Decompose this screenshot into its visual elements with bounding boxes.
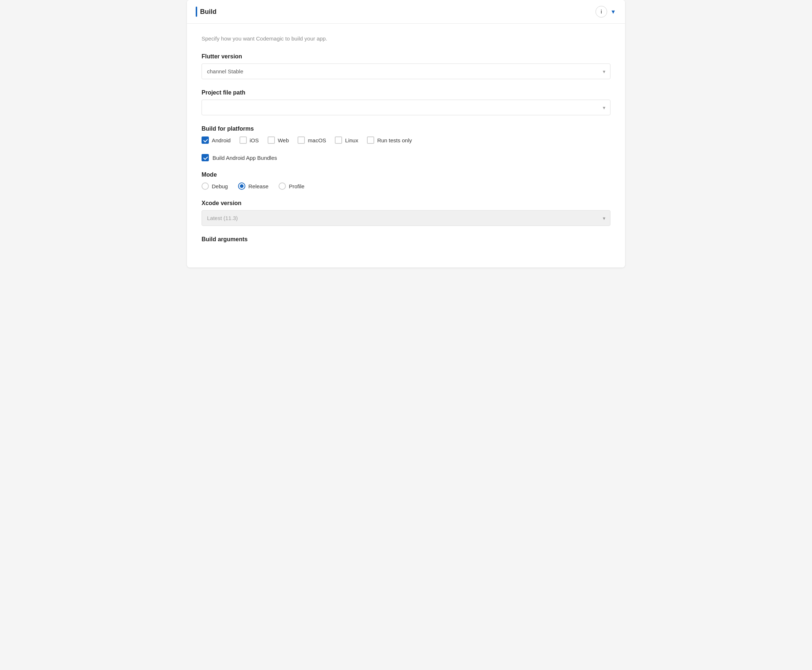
xcode-version-select[interactable]: Latest (11.3)	[202, 210, 610, 226]
web-checkbox[interactable]	[268, 137, 275, 144]
build-section: Build i ▾ Specify how you want Codemagic…	[187, 0, 625, 267]
mode-release[interactable]: Release	[238, 183, 268, 190]
ios-checkbox[interactable]	[239, 137, 247, 144]
xcode-version-wrapper: Latest (11.3) ▾	[202, 210, 610, 226]
mode-label: Mode	[202, 171, 610, 178]
run-tests-only-checkbox[interactable]	[367, 137, 374, 144]
macos-checkbox[interactable]	[298, 137, 305, 144]
release-radio[interactable]	[238, 183, 245, 190]
build-arguments-group: Build arguments	[202, 236, 610, 243]
build-platforms-group: Build for platforms Android iOS Web macO…	[202, 125, 610, 144]
ios-label: iOS	[250, 137, 259, 144]
platforms-row: Android iOS Web macOS Linux	[202, 137, 610, 144]
build-arguments-label: Build arguments	[202, 236, 610, 243]
project-file-path-label: Project file path	[202, 90, 610, 96]
linux-checkbox[interactable]	[335, 137, 342, 144]
platform-run-tests-only[interactable]: Run tests only	[367, 137, 412, 144]
platforms-label: Build for platforms	[202, 125, 610, 132]
android-checkbox[interactable]	[202, 137, 209, 144]
platform-macos[interactable]: macOS	[298, 137, 326, 144]
info-button[interactable]: i	[595, 6, 607, 17]
web-label: Web	[278, 137, 289, 144]
run-tests-only-label: Run tests only	[377, 137, 412, 144]
platform-ios[interactable]: iOS	[239, 137, 259, 144]
flutter-version-select[interactable]: channel Stable	[202, 64, 610, 79]
build-content: Specify how you want Codemagic to build …	[187, 24, 625, 267]
subtitle-text: Specify how you want Codemagic to build …	[202, 36, 610, 42]
mode-debug[interactable]: Debug	[202, 183, 228, 190]
platform-web[interactable]: Web	[268, 137, 289, 144]
mode-group: Mode Debug Release Profile	[202, 171, 610, 190]
collapse-button[interactable]: ▾	[610, 6, 616, 17]
blue-indicator	[196, 7, 197, 17]
build-app-bundles-checkbox[interactable]	[202, 154, 209, 161]
section-title: Build	[200, 8, 217, 16]
xcode-version-label: Xcode version	[202, 200, 610, 206]
debug-label: Debug	[212, 183, 228, 189]
project-file-path-select[interactable]	[202, 100, 610, 115]
platform-linux[interactable]: Linux	[335, 137, 358, 144]
project-file-path-wrapper: ▾	[202, 100, 610, 115]
header-right: i ▾	[595, 6, 616, 17]
release-label: Release	[248, 183, 268, 189]
chevron-down-icon: ▾	[612, 8, 615, 15]
flutter-version-label: Flutter version	[202, 53, 610, 60]
build-android-app-bundles-group: Build Android App Bundles	[202, 154, 610, 161]
header-left: Build	[196, 7, 217, 17]
xcode-version-group: Xcode version Latest (11.3) ▾	[202, 200, 610, 226]
macos-label: macOS	[308, 137, 326, 144]
platform-android[interactable]: Android	[202, 137, 231, 144]
mode-row: Debug Release Profile	[202, 183, 610, 190]
section-header: Build i ▾	[187, 0, 625, 24]
mode-profile[interactable]: Profile	[278, 183, 305, 190]
build-app-bundles-label: Build Android App Bundles	[212, 155, 277, 161]
linux-label: Linux	[345, 137, 358, 144]
android-label: Android	[212, 137, 231, 144]
debug-radio[interactable]	[202, 183, 209, 190]
info-icon: i	[601, 9, 602, 15]
flutter-version-wrapper: channel Stable ▾	[202, 64, 610, 79]
bundle-row: Build Android App Bundles	[202, 154, 610, 161]
project-file-path-group: Project file path ▾	[202, 90, 610, 115]
profile-label: Profile	[289, 183, 305, 189]
profile-radio[interactable]	[278, 183, 286, 190]
flutter-version-group: Flutter version channel Stable ▾	[202, 53, 610, 79]
